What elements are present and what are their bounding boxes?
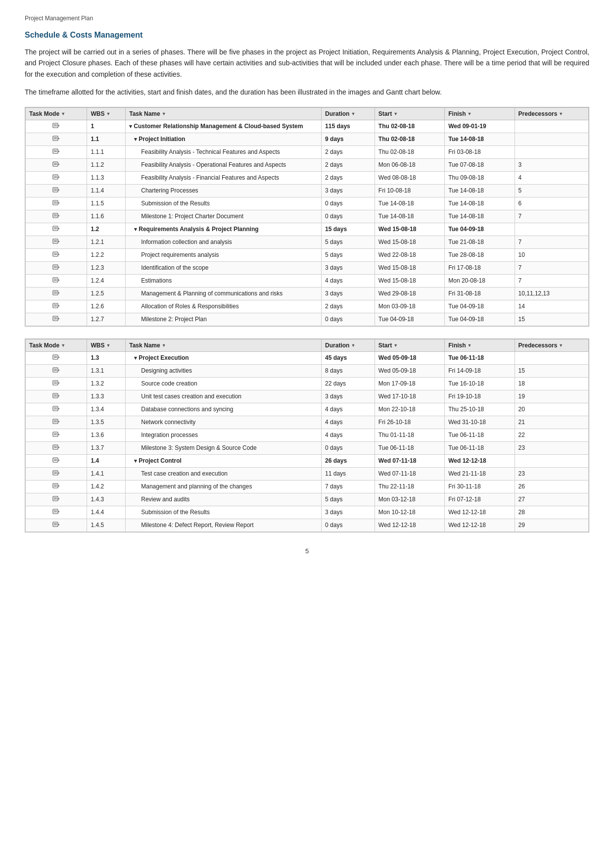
svg-marker-67: [58, 356, 60, 358]
sort-arrow-finish-2: ▼: [468, 343, 472, 348]
task-mode-cell: [26, 351, 87, 364]
task-name-text: Feasibility Analysis - Technical Feature…: [129, 148, 280, 155]
table-row: 1.2.6Allocation of Roles & Responsibilit…: [26, 300, 589, 313]
duration-cell: 26 days: [322, 454, 375, 467]
task-mode-icon: [52, 251, 60, 258]
table-row: 1.4.2Management and planning of the chan…: [26, 480, 589, 493]
svg-marker-107: [58, 485, 60, 487]
wbs-cell: 1.2.3: [87, 261, 126, 274]
predecessors-cell: 14: [515, 300, 588, 313]
duration-cell: 0 days: [322, 313, 375, 326]
start-cell: Mon 06-08-18: [375, 158, 444, 171]
th-task-name-2[interactable]: Task Name ▼: [126, 339, 322, 351]
task-name-cell: Submission of the Results: [126, 506, 322, 519]
th-task-mode-2[interactable]: Task Mode ▼: [26, 339, 87, 351]
start-cell: Wed 07-11-18: [375, 454, 444, 467]
start-cell: Thu 01-11-18: [375, 429, 444, 441]
task-mode-icon: [52, 392, 60, 399]
th-wbs-1[interactable]: WBS ▼: [87, 107, 126, 120]
th-duration-1[interactable]: Duration ▼: [322, 107, 375, 120]
predecessors-cell: 21: [515, 416, 588, 429]
duration-cell: 7 days: [322, 480, 375, 493]
svg-rect-48: [53, 278, 58, 282]
task-mode-icon: [52, 148, 60, 155]
predecessors-cell: 7: [515, 261, 588, 274]
svg-marker-91: [58, 434, 60, 435]
th-start-sort-2: Start ▼: [378, 342, 398, 349]
collapse-arrow-icon[interactable]: ▾: [134, 136, 139, 142]
start-cell: Wed 15-08-18: [375, 236, 444, 248]
task-mode-cell: [26, 519, 87, 531]
svg-marker-3: [58, 125, 60, 127]
task-name-cell: ▾ Customer Relationship Management & Clo…: [126, 120, 322, 133]
section-title: Schedule & Costs Management: [25, 31, 589, 40]
finish-cell: Thu 25-10-18: [445, 403, 515, 416]
finish-cell: Fri 19-10-18: [445, 390, 515, 403]
th-duration-sort-2: Duration ▼: [325, 342, 355, 349]
task-name-text: ▾ Project Control: [129, 457, 182, 464]
th-start-1[interactable]: Start ▼: [375, 107, 444, 120]
th-duration-2[interactable]: Duration ▼: [322, 339, 375, 351]
predecessors-cell: 28: [515, 506, 588, 519]
sort-arrow-wbs-1: ▼: [106, 111, 110, 116]
finish-cell: Tue 07-08-18: [445, 158, 515, 171]
task-mode-icon: [52, 174, 60, 181]
task-mode-cell: [26, 467, 87, 480]
task-name-cell: Submission of the Results: [126, 197, 322, 210]
table1: Task Mode ▼ WBS ▼ Task Name ▼ Duration ▼: [25, 107, 589, 326]
start-cell: Wed 12-12-18: [375, 519, 444, 531]
th-finish-1[interactable]: Finish ▼: [445, 107, 515, 120]
finish-cell: Tue 04-09-18: [445, 300, 515, 313]
task-name-text: Feasibility Analysis - Financial Feature…: [129, 174, 279, 181]
task-name-text: Network connectivity: [129, 419, 195, 426]
finish-cell: Fri 03-08-18: [445, 145, 515, 158]
th-pred-1[interactable]: Predecessors ▼: [515, 107, 588, 120]
duration-cell: 0 days: [322, 197, 375, 210]
collapse-arrow-icon[interactable]: ▾: [134, 355, 139, 361]
table-row: 1.3.2Source code creation22 daysMon 17-0…: [26, 377, 589, 390]
svg-marker-35: [58, 228, 60, 230]
predecessors-cell: 10: [515, 248, 588, 261]
task-name-cell: Feasibility Analysis - Technical Feature…: [126, 145, 322, 158]
task-name-cell: Estimations: [126, 274, 322, 287]
task-mode-icon: [52, 380, 60, 386]
th-task-mode-1[interactable]: Task Mode ▼: [26, 107, 87, 120]
task-name-cell: Integration processes: [126, 429, 322, 441]
task-mode-cell: [26, 364, 87, 377]
task-name-cell: Database connections and syncing: [126, 403, 322, 416]
table-row: 1.3.4Database connections and syncing4 d…: [26, 403, 589, 416]
th-task-name-1[interactable]: Task Name ▼: [126, 107, 322, 120]
collapse-arrow-icon[interactable]: ▾: [134, 458, 139, 464]
task-name-cell: ▾ Project Execution: [126, 351, 322, 364]
predecessors-cell: [515, 145, 588, 158]
table-row: 1.2.7Milestone 2: Project Plan0 daysTue …: [26, 313, 589, 326]
finish-cell: Tue 16-10-18: [445, 377, 515, 390]
predecessors-cell: 19: [515, 390, 588, 403]
finish-cell: Tue 21-08-18: [445, 236, 515, 248]
svg-marker-83: [58, 408, 60, 410]
task-name-cell: Milestone 3: System Design & Source Code: [126, 441, 322, 454]
task-name-text: Designing activities: [129, 367, 192, 374]
task-mode-cell: [26, 480, 87, 493]
collapse-arrow-icon[interactable]: ▾: [129, 123, 134, 129]
th-wbs-2[interactable]: WBS ▼: [87, 339, 126, 351]
svg-rect-40: [53, 252, 58, 256]
start-cell: Wed 15-08-18: [375, 274, 444, 287]
wbs-cell: 1.3.7: [87, 441, 126, 454]
table-row: 1.2▾ Requirements Analysis & Project Pla…: [26, 223, 589, 236]
collapse-arrow-icon[interactable]: ▾: [134, 226, 139, 232]
task-name-cell: Management and planning of the changes: [126, 480, 322, 493]
predecessors-cell: 7: [515, 274, 588, 287]
task-name-cell: Test case creation and execution: [126, 467, 322, 480]
wbs-cell: 1.3: [87, 351, 126, 364]
sort-arrow-name-2: ▼: [162, 343, 166, 348]
task-name-text: Chartering Processes: [129, 187, 198, 194]
task-name-cell: Unit test cases creation and execution: [126, 390, 322, 403]
svg-rect-12: [53, 162, 58, 166]
wbs-cell: 1.3.5: [87, 416, 126, 429]
th-pred-2[interactable]: Predecessors ▼: [515, 339, 588, 351]
th-finish-2[interactable]: Finish ▼: [445, 339, 515, 351]
svg-rect-84: [53, 419, 58, 424]
th-start-2[interactable]: Start ▼: [375, 339, 444, 351]
start-cell: Thu 02-08-18: [375, 133, 444, 145]
